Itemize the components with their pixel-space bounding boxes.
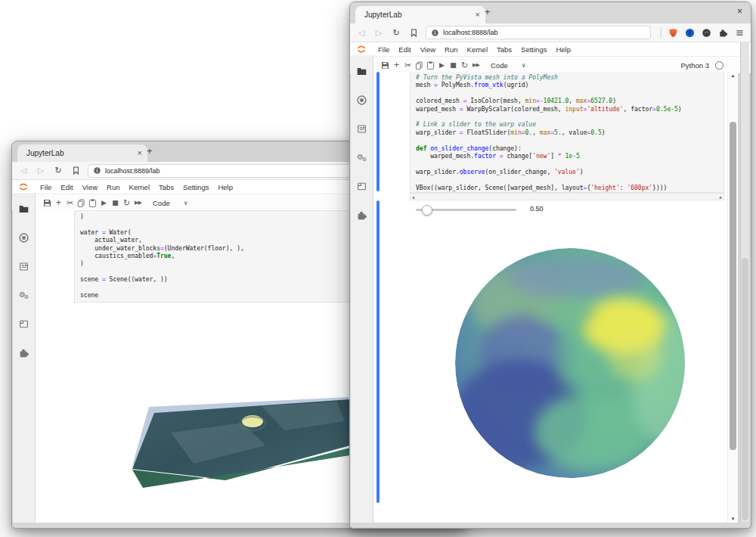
page-scrollbar[interactable] — [740, 42, 749, 522]
menu-kernel[interactable]: Kernel — [125, 183, 154, 191]
page-scrollbar-thumb[interactable] — [742, 258, 748, 520]
extensions-icon[interactable] — [13, 338, 35, 367]
run-icon[interactable]: ▶ — [99, 197, 109, 209]
run-all-icon[interactable]: ▶▶ — [133, 197, 143, 209]
url-text: localhost:8888/lab — [443, 29, 498, 36]
browser-tab[interactable]: JupyterLab × — [355, 6, 485, 23]
earth-globe-render[interactable] — [448, 241, 692, 485]
add-icon[interactable]: + — [54, 197, 64, 209]
menu-help[interactable]: Help — [213, 183, 237, 191]
extensions-icon[interactable] — [351, 200, 373, 229]
code-horizontal-scrollbar[interactable]: ◂ ▸ — [410, 193, 724, 200]
run-icon[interactable]: ▶ — [437, 60, 447, 71]
url-field[interactable]: localhost:8888/lab — [426, 26, 651, 39]
info-icon[interactable] — [93, 166, 101, 175]
cell-collapser-input[interactable] — [376, 72, 380, 191]
tab-close-icon[interactable]: × — [138, 149, 142, 157]
tab-close-icon[interactable]: × — [476, 11, 480, 19]
jupyter-logo-icon — [18, 182, 29, 192]
scroll-right-icon[interactable]: ▸ — [720, 194, 722, 200]
code-cell[interactable]: # Turn the PyVista mesh into a PolyMeshm… — [410, 72, 724, 193]
info-icon[interactable] — [431, 29, 439, 37]
reload-icon[interactable]: ↻ — [53, 165, 64, 176]
menu-help[interactable]: Help — [551, 45, 575, 54]
browser-tab[interactable]: JupyterLab × — [17, 144, 147, 162]
restart-icon[interactable]: ↻ — [122, 197, 132, 209]
toolbar-buttons: +✂▶■↻▶▶ — [42, 197, 143, 209]
cell-collapser-output[interactable] — [376, 200, 380, 503]
jupyterlab-menubar: FileEditViewRunKernelTabsSettingsHelp — [350, 42, 751, 57]
paste-icon[interactable] — [426, 60, 435, 71]
extension-icon[interactable] — [701, 27, 711, 39]
menu-items: FileEditViewRunKernelTabsSettingsHelp — [373, 45, 575, 54]
kernel-name: Python 3 — [681, 61, 710, 70]
menu-file[interactable]: File — [373, 45, 394, 54]
toolbar-buttons: +✂▶■↻▶▶ — [380, 60, 481, 71]
menu-edit[interactable]: Edit — [56, 183, 77, 191]
bookmark-icon[interactable] — [70, 165, 81, 176]
running-sessions-icon[interactable] — [13, 223, 35, 252]
account-icon[interactable]: f — [684, 27, 695, 39]
left-sidebar: ⚙⚙ — [351, 55, 373, 523]
kernel-gears-icon[interactable]: ⚙⚙ — [13, 281, 35, 309]
forward-icon[interactable]: ▷ — [36, 165, 46, 176]
water-scene-render[interactable] — [88, 391, 360, 497]
menu-settings[interactable]: Settings — [516, 45, 551, 54]
menu-view[interactable]: View — [416, 45, 440, 54]
slider-readout: 0.50 — [530, 205, 544, 213]
property-inspector-icon[interactable] — [13, 252, 35, 281]
reload-icon[interactable]: ↻ — [391, 27, 401, 39]
scroll-left-icon[interactable]: ◂ — [412, 194, 414, 200]
menu-view[interactable]: View — [78, 183, 102, 191]
stop-icon[interactable]: ■ — [448, 60, 458, 71]
slider-handle[interactable] — [422, 205, 432, 216]
running-sessions-icon[interactable] — [351, 85, 373, 114]
property-inspector-icon[interactable] — [351, 114, 373, 143]
copy-icon[interactable] — [76, 197, 86, 209]
file-browser-icon[interactable] — [351, 57, 373, 85]
puzzle-icon[interactable] — [717, 27, 728, 39]
kernel-status-icon[interactable] — [715, 61, 723, 70]
menu-edit[interactable]: Edit — [394, 45, 415, 54]
forward-icon[interactable]: ▷ — [373, 27, 384, 39]
cut-icon[interactable]: ✂ — [65, 197, 75, 209]
cell-type-select[interactable]: Code ∨ — [153, 199, 188, 207]
menu-run[interactable]: Run — [102, 183, 124, 191]
notebook-vertical-scrollbar[interactable]: ▴ ▾ — [727, 72, 738, 523]
menu-tabs[interactable]: Tabs — [154, 183, 178, 191]
back-icon[interactable]: ◁ — [356, 27, 367, 39]
back-icon[interactable]: ◁ — [18, 165, 29, 176]
menu-run[interactable]: Run — [440, 45, 462, 54]
bookmark-icon[interactable] — [408, 27, 419, 39]
stop-icon[interactable]: ■ — [110, 197, 120, 209]
copy-icon[interactable] — [414, 60, 424, 71]
new-tab-button[interactable]: + — [147, 145, 153, 157]
new-tab-button[interactable]: + — [485, 6, 491, 17]
shield-icon[interactable] — [668, 27, 678, 39]
window-close-icon[interactable]: × — [737, 7, 742, 16]
restart-icon[interactable]: ↻ — [460, 60, 469, 71]
warp-slider-widget: 0.50 — [410, 202, 724, 217]
cell-type-select[interactable]: Code ∨ — [491, 61, 526, 70]
paste-icon[interactable] — [88, 197, 98, 209]
menu-kernel[interactable]: Kernel — [463, 45, 492, 54]
open-tabs-icon[interactable] — [351, 172, 373, 200]
menu-items: FileEditViewRunKernelTabsSettingsHelp — [36, 183, 237, 191]
file-browser-icon[interactable] — [13, 194, 35, 223]
left-sidebar: ⚙⚙ — [13, 193, 36, 523]
front-browser-window: JupyterLab × + × ◁▷↻ localhost:8888/lab … — [349, 2, 751, 529]
cut-icon[interactable]: ✂ — [403, 60, 413, 71]
menu-file[interactable]: File — [36, 183, 56, 191]
scroll-up-icon[interactable]: ▴ — [728, 72, 738, 79]
add-icon[interactable]: + — [392, 60, 401, 71]
run-all-icon[interactable]: ▶▶ — [471, 60, 481, 71]
open-tabs-icon[interactable] — [13, 309, 35, 338]
menu-tabs[interactable]: Tabs — [492, 45, 516, 54]
save-icon[interactable] — [380, 60, 390, 71]
scroll-down-icon[interactable]: ▾ — [728, 515, 738, 523]
menu-settings[interactable]: Settings — [178, 183, 213, 191]
menu-icon[interactable] — [734, 27, 745, 39]
scrollbar-thumb[interactable] — [730, 122, 736, 450]
kernel-gears-icon[interactable]: ⚙⚙ — [351, 143, 373, 172]
save-icon[interactable] — [42, 197, 52, 209]
